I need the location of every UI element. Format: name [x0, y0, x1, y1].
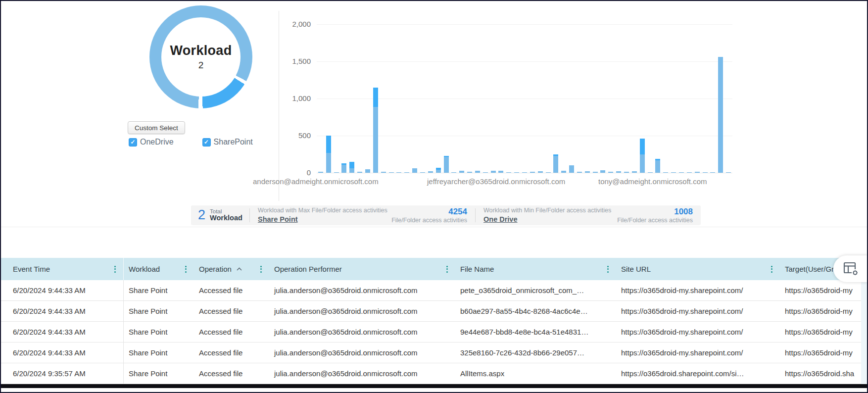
- bar-stack[interactable]: [695, 172, 700, 173]
- bar-stack[interactable]: [506, 172, 511, 173]
- bar-stack[interactable]: [553, 154, 558, 173]
- custom-select-button[interactable]: Custom Select: [128, 121, 185, 134]
- sort-asc-icon: [237, 267, 242, 271]
- bar-stack[interactable]: [396, 172, 401, 173]
- workload-donut-chart[interactable]: Workload 2: [149, 5, 252, 108]
- bar-stack[interactable]: [593, 172, 598, 173]
- column-header-event-time[interactable]: Event Time: [1, 258, 124, 280]
- bar-stack[interactable]: [585, 171, 590, 173]
- bar-stack[interactable]: [357, 172, 362, 173]
- bar-stack[interactable]: [436, 168, 441, 173]
- bar-stack[interactable]: [389, 172, 394, 173]
- column-header-operation-performer[interactable]: Operation Performer: [269, 258, 455, 280]
- table-row[interactable]: 6/20/2024 9:35:57 AMShare PointAccessed …: [1, 363, 867, 384]
- cell-site-url: https://o365droid-my.sharepoint.com/: [616, 322, 780, 342]
- bar-stack[interactable]: [648, 172, 653, 173]
- bar-stack[interactable]: [530, 172, 535, 173]
- bar-stack[interactable]: [522, 172, 527, 173]
- column-menu-icon[interactable]: [770, 264, 774, 275]
- bar-segment-sharepoint: [412, 168, 417, 173]
- column-chooser-button[interactable]: [833, 255, 868, 282]
- total-workload-value: 2: [198, 208, 205, 222]
- bar-stack[interactable]: [577, 172, 582, 173]
- bar-segment-sharepoint: [538, 171, 543, 173]
- section-divider: [1, 227, 867, 227]
- cell-operation-performer: julia.anderson@o365droid.onmicrosoft.com: [269, 363, 455, 384]
- bar-segment-sharepoint: [491, 171, 496, 173]
- bar-stack[interactable]: [616, 171, 621, 173]
- column-header-label: Operation: [199, 265, 232, 273]
- bar-stack[interactable]: [341, 163, 346, 173]
- column-menu-icon[interactable]: [113, 264, 117, 275]
- max-workload-link[interactable]: Share Point: [258, 215, 298, 223]
- bar-stack[interactable]: [334, 172, 339, 173]
- bar-stack[interactable]: [467, 172, 472, 173]
- bar-stack[interactable]: [561, 171, 566, 173]
- table-row[interactable]: 6/20/2024 9:44:33 AMShare PointAccessed …: [1, 322, 867, 343]
- bar-stack[interactable]: [483, 172, 488, 173]
- x-axis-label: tony@admeight.onmicrosoft.com: [598, 177, 707, 186]
- bar-stack[interactable]: [546, 172, 551, 173]
- bar-stack[interactable]: [459, 171, 464, 173]
- bar-stack[interactable]: [538, 171, 543, 173]
- bar-stack[interactable]: [703, 172, 708, 173]
- column-menu-icon[interactable]: [259, 264, 263, 275]
- bar-stack[interactable]: [514, 172, 519, 173]
- column-header-workload[interactable]: Workload: [124, 258, 194, 280]
- column-menu-icon[interactable]: [606, 264, 610, 275]
- bar-stack[interactable]: [475, 171, 480, 173]
- bar-segment-sharepoint: [428, 171, 433, 173]
- bar-stack[interactable]: [349, 162, 354, 173]
- column-menu-icon[interactable]: [184, 264, 188, 275]
- cell-target-user-gro: https://o365droid-my: [780, 322, 867, 342]
- bar-segment-sharepoint: [608, 172, 613, 173]
- bar-stack[interactable]: [451, 172, 456, 173]
- bar-stack[interactable]: [726, 172, 731, 173]
- bar-stack[interactable]: [632, 171, 637, 173]
- bar-stack[interactable]: [365, 169, 370, 173]
- bar-segment-sharepoint: [357, 172, 362, 173]
- bar-stack[interactable]: [428, 171, 433, 173]
- table-row[interactable]: 6/20/2024 9:44:33 AMShare PointAccessed …: [1, 301, 867, 322]
- bar-stack[interactable]: [710, 172, 715, 173]
- table-row[interactable]: 6/20/2024 9:44:33 AMShare PointAccessed …: [1, 280, 867, 301]
- bar-stack[interactable]: [404, 172, 409, 173]
- cell-event-time: 6/20/2024 9:44:33 AM: [1, 322, 124, 342]
- bar-stack[interactable]: [687, 172, 692, 173]
- bar-stack[interactable]: [624, 172, 629, 173]
- bar-segment-sharepoint: [585, 171, 590, 173]
- bar-stack[interactable]: [663, 172, 668, 173]
- bar-stack[interactable]: [679, 172, 684, 173]
- bar-stack[interactable]: [655, 159, 660, 173]
- bar-stack[interactable]: [600, 170, 605, 173]
- bar-stack[interactable]: [569, 165, 574, 173]
- bar-stack[interactable]: [640, 139, 645, 173]
- bar-stack[interactable]: [318, 172, 323, 173]
- column-header-operation[interactable]: Operation: [194, 258, 269, 280]
- bar-stack[interactable]: [498, 171, 503, 173]
- column-header-file-name[interactable]: File Name: [455, 258, 616, 280]
- cell-operation-performer: julia.anderson@o365droid.onmicrosoft.com: [269, 301, 455, 321]
- bar-segment-sharepoint: [632, 171, 637, 173]
- bar-stack[interactable]: [381, 172, 386, 173]
- bar-stack[interactable]: [326, 136, 331, 173]
- bar-stack[interactable]: [444, 156, 449, 173]
- min-workload-link[interactable]: One Drive: [483, 215, 518, 223]
- column-header-site-url[interactable]: Site URL: [616, 258, 780, 280]
- bar-stack[interactable]: [412, 168, 417, 173]
- bar-segment-sharepoint: [365, 169, 370, 173]
- bar-segment-sharepoint: [459, 171, 464, 173]
- table-row[interactable]: 6/20/2024 9:44:33 AMShare PointAccessed …: [1, 343, 867, 363]
- vertical-scrollbar[interactable]: [861, 280, 867, 384]
- bar-stack[interactable]: [718, 57, 723, 173]
- bar-stack[interactable]: [671, 172, 676, 173]
- column-menu-icon[interactable]: [445, 264, 449, 275]
- bar-stack[interactable]: [420, 172, 425, 173]
- cell-operation: Accessed file: [194, 363, 269, 384]
- bar-stack[interactable]: [373, 88, 378, 173]
- table-bottom-bar: [1, 384, 867, 388]
- checkbox-sharepoint[interactable]: ✓SharePoint: [202, 138, 253, 147]
- bar-stack[interactable]: [608, 172, 613, 173]
- checkbox-onedrive[interactable]: ✓OneDrive: [129, 138, 174, 147]
- bar-stack[interactable]: [491, 171, 496, 173]
